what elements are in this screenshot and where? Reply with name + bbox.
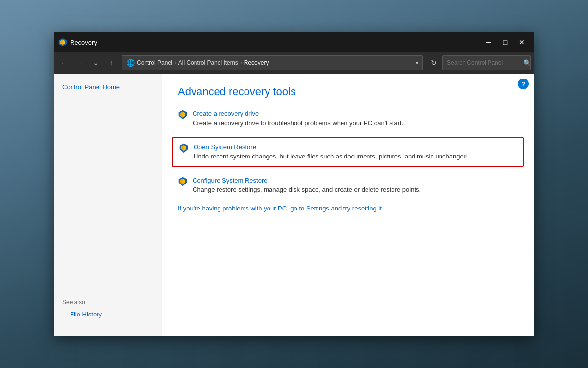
recovery-item-configure-restore: Configure System Restore Change restore … — [178, 177, 518, 194]
back-button[interactable]: ← — [57, 56, 71, 70]
shield-icon-configure — [178, 177, 188, 186]
shield-icon-create — [178, 110, 188, 120]
address-icon: 🌐 — [126, 59, 135, 67]
search-icon: 🔍 — [523, 59, 531, 67]
help-button[interactable]: ? — [518, 79, 529, 89]
page-title: Advanced recovery tools — [178, 85, 518, 98]
configure-system-restore-desc: Change restore settings, manage disk spa… — [193, 185, 421, 194]
breadcrumb-all-items[interactable]: All Control Panel Items — [178, 59, 238, 66]
navigation-bar: ← → ⌄ ↑ 🌐 Control Panel › All Control Pa… — [54, 52, 534, 74]
sidebar: Control Panel Home See also File History — [54, 74, 162, 336]
recovery-item-create-drive: Create a recovery drive Create a recover… — [178, 110, 518, 128]
main-window: Recovery ─ □ ✕ ← → ⌄ ↑ 🌐 Control Panel ›… — [54, 32, 534, 336]
sidebar-item-control-panel-home[interactable]: Control Panel Home — [54, 81, 162, 93]
item-content-configure-restore: Configure System Restore Change restore … — [193, 177, 421, 194]
item-content-system-restore: Open System Restore Undo recent system c… — [194, 143, 468, 161]
dropdown-button[interactable]: ⌄ — [89, 56, 102, 70]
window-icon — [58, 38, 67, 47]
reset-link[interactable]: If you're having problems with your PC, … — [178, 205, 518, 212]
window-title: Recovery — [70, 39, 481, 46]
search-input[interactable] — [447, 59, 520, 66]
breadcrumb-sep-2: › — [240, 59, 242, 66]
breadcrumb: Control Panel › All Control Panel Items … — [137, 59, 414, 66]
shield-icon-restore — [179, 143, 189, 153]
window-controls: ─ □ ✕ — [481, 36, 530, 49]
breadcrumb-current[interactable]: Recovery — [244, 59, 269, 66]
breadcrumb-sep-1: › — [174, 59, 176, 66]
sidebar-see-also: See also File History — [54, 291, 162, 328]
recovery-item-system-restore: Open System Restore Undo recent system c… — [172, 137, 524, 167]
create-recovery-drive-link[interactable]: Create a recovery drive — [193, 110, 403, 117]
title-bar: Recovery ─ □ ✕ — [54, 32, 534, 52]
content-area: Control Panel Home See also File History… — [54, 74, 534, 336]
search-box[interactable]: 🔍 — [442, 55, 531, 70]
maximize-button[interactable]: □ — [497, 36, 513, 49]
address-bar[interactable]: 🌐 Control Panel › All Control Panel Item… — [122, 55, 423, 70]
open-system-restore-link[interactable]: Open System Restore — [194, 143, 468, 151]
close-button[interactable]: ✕ — [514, 36, 530, 49]
open-system-restore-desc: Undo recent system changes, but leave fi… — [194, 152, 468, 161]
forward-button[interactable]: → — [73, 56, 87, 70]
configure-system-restore-link[interactable]: Configure System Restore — [193, 177, 421, 184]
up-button[interactable]: ↑ — [104, 56, 118, 70]
create-recovery-drive-desc: Create a recovery drive to troubleshoot … — [193, 119, 403, 128]
address-dropdown-button[interactable]: ▾ — [416, 60, 418, 66]
minimize-button[interactable]: ─ — [481, 36, 496, 49]
item-content-create-drive: Create a recovery drive Create a recover… — [193, 110, 403, 128]
sidebar-item-file-history[interactable]: File History — [62, 309, 154, 320]
breadcrumb-control-panel[interactable]: Control Panel — [137, 59, 172, 66]
see-also-title: See also — [62, 299, 154, 306]
main-content: ? Advanced recovery tools Create a recov… — [162, 74, 534, 336]
refresh-button[interactable]: ↻ — [427, 56, 441, 70]
